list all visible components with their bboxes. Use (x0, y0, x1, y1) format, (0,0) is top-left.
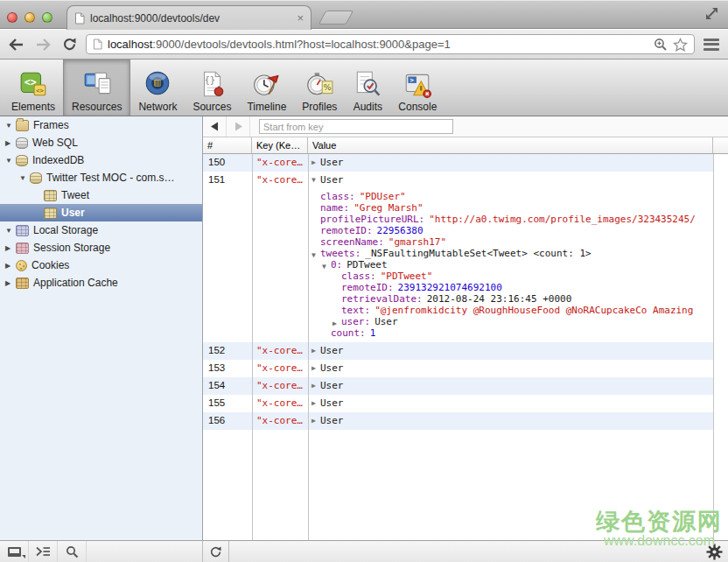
text:[interactable]: text:"@jenfromkidcity @RoughHouseFood @N… (312, 305, 713, 316)
remoteID:[interactable]: remoteID:239132921074692100 (312, 282, 713, 293)
tab-audits[interactable]: Audits (345, 60, 390, 116)
class:[interactable]: class:"PDTweet" (312, 270, 713, 282)
class:[interactable]: class:"PDUser" (312, 191, 713, 202)
sidebar-item[interactable]: Tweet (0, 186, 202, 204)
disclosure-arrow-icon[interactable]: ▶ (5, 262, 16, 270)
sidebar-item[interactable]: ▶ Application Cache (0, 274, 202, 292)
browser-tab[interactable]: localhost:9000/devtools/dev × (66, 5, 312, 30)
0:[interactable]: ▼ 0:PDTweet (312, 259, 713, 270)
zoom-window-button[interactable] (42, 12, 52, 23)
sidebar-item-label: Twitter Test MOC - com.s… (46, 172, 174, 184)
gear-icon (706, 544, 723, 560)
chrome-menu-icon[interactable] (702, 38, 721, 52)
table-row[interactable]: 153 "x-core… ▶User (203, 360, 728, 377)
expand-arrow-icon[interactable]: ▶ (312, 417, 320, 425)
sidebar-item[interactable]: ▼ Twitter Test MOC - com.s… (0, 169, 202, 186)
timeline-icon (252, 69, 282, 99)
column-header-index[interactable]: # (203, 137, 252, 153)
value-object-name: User (320, 157, 344, 168)
tab-network[interactable]: Network (130, 60, 185, 116)
svg-text:>: > (410, 76, 415, 84)
disclosure-arrow-icon[interactable]: ▶ (5, 139, 16, 147)
value-object-name: User (320, 345, 344, 356)
user:[interactable]: ▶ user:User (312, 316, 713, 327)
browser-reload-button[interactable] (60, 35, 79, 54)
svg-text:<>: <> (36, 87, 44, 95)
refresh-button[interactable] (203, 541, 229, 562)
dock-side-button[interactable] (0, 541, 29, 562)
row-value: ▶User (308, 342, 713, 360)
screenName:[interactable]: screenName:"gmarsh17" (312, 236, 713, 248)
datagrid-rows: 152 "x-core… ▶User 153 "x-core… ▶User 15… (203, 342, 728, 430)
table-row-expanded[interactable]: 151 "x-core… ▼User class:"PDUser" name:"… (203, 172, 728, 342)
disclosure-arrow-icon[interactable]: ▼ (19, 174, 30, 182)
collapse-arrow-icon[interactable]: ▼ (312, 176, 320, 184)
table-row[interactable]: 154 "x-core… ▶User (203, 377, 728, 395)
sidebar-item[interactable]: ▼ Local Storage (0, 221, 202, 239)
sidebar-item[interactable]: ▼ IndexedDB (0, 151, 202, 169)
zoom-page-icon[interactable] (654, 38, 668, 52)
expand-arrow-icon[interactable]: ▶ (312, 347, 320, 355)
count:[interactable]: count:1 (312, 327, 713, 339)
page-back-button[interactable] (203, 116, 227, 137)
table-row[interactable]: 151 "x-core… ▼User (203, 172, 728, 189)
table-row[interactable]: 150 "x-core… ▶User (203, 154, 728, 172)
fullscreen-icon[interactable] (704, 6, 719, 21)
profilePictureURL:[interactable]: profilePictureURL:"http://a0.twimg.com/p… (312, 214, 713, 225)
table-row[interactable]: 156 "x-core… ▶User (203, 412, 728, 430)
statusbar-spacer (87, 541, 203, 562)
browser-back-button[interactable] (7, 35, 26, 54)
sidebar-item-label: Local Storage (33, 224, 98, 236)
expand-arrow-icon[interactable]: ▶ (312, 399, 320, 407)
close-window-button[interactable] (7, 12, 18, 23)
row-key: "x-core… (252, 412, 308, 430)
column-header-value[interactable]: Value (308, 137, 713, 153)
tree-item-icon (16, 137, 28, 149)
name:[interactable]: name:"Greg Marsh" (312, 202, 713, 214)
property-name: class: (320, 191, 355, 202)
tab-console[interactable]: > Console (390, 60, 444, 116)
tab-title: localhost:9000/devtools/dev (90, 12, 291, 25)
remoteID:[interactable]: remoteID:22956380 (312, 225, 713, 236)
tweets:[interactable]: ▼ tweets:_NSFaultingMutableSet<Tweet> <c… (312, 248, 713, 259)
start-from-key-input[interactable] (259, 119, 453, 134)
omnibox-url-field[interactable]: localhost:9000/devtools/devtools.html?ho… (86, 34, 695, 54)
new-tab-button[interactable] (318, 11, 354, 25)
tree-item-icon (16, 120, 29, 131)
expand-arrow-icon[interactable]: ▶ (312, 364, 320, 372)
browser-forward-button[interactable] (33, 35, 52, 54)
sidebar-item[interactable]: User (0, 204, 202, 221)
tab-elements[interactable]: <> <> Elements (4, 60, 63, 116)
console-icon: > (402, 69, 432, 99)
table-row[interactable]: 152 "x-core… ▶User (203, 342, 728, 360)
table-row[interactable]: 155 "x-core… ▶User (203, 395, 728, 412)
row-key: "x-core… (252, 360, 308, 377)
expand-arrow-icon[interactable]: ▶ (312, 382, 320, 390)
disclosure-arrow-icon[interactable]: ▶ (5, 244, 16, 252)
panel-label: Console (398, 101, 437, 113)
tab-resources[interactable]: Resources (63, 60, 130, 116)
search-button[interactable] (58, 541, 87, 562)
tab-sources[interactable]: {} Sources (185, 60, 239, 116)
settings-button[interactable] (700, 541, 728, 562)
bookmark-star-icon[interactable] (673, 38, 688, 52)
disclosure-arrow-icon[interactable]: ▼ (5, 157, 16, 165)
console-drawer-button[interactable] (29, 541, 58, 562)
expand-arrow-icon[interactable]: ▶ (312, 158, 320, 166)
disclosure-arrow-icon[interactable]: ▼ (5, 122, 16, 130)
tab-close-icon[interactable]: × (297, 14, 304, 23)
page-forward-button[interactable] (227, 116, 250, 137)
tab-timeline[interactable]: Timeline (239, 60, 294, 116)
sidebar-item[interactable]: ▼ Frames (0, 116, 202, 134)
retrievalDate:[interactable]: retrievalDate:2012-08-24 23:16:45 +0000 (312, 293, 713, 305)
column-header-key[interactable]: Key (Ke… (252, 137, 308, 153)
minimize-window-button[interactable] (24, 12, 35, 23)
disclosure-arrow-icon[interactable]: ▼ (5, 227, 16, 235)
sidebar-item[interactable]: ▶ Cookies (0, 256, 202, 274)
property-name: tweets: (320, 248, 360, 259)
sidebar-item[interactable]: ▶ Web SQL (0, 134, 202, 151)
tab-profiles[interactable]: % Profiles (294, 60, 345, 116)
disclosure-arrow-icon[interactable]: ▶ (5, 279, 16, 287)
sidebar-item[interactable]: ▶ Session Storage (0, 239, 202, 256)
row-value: ▶User (308, 377, 713, 395)
